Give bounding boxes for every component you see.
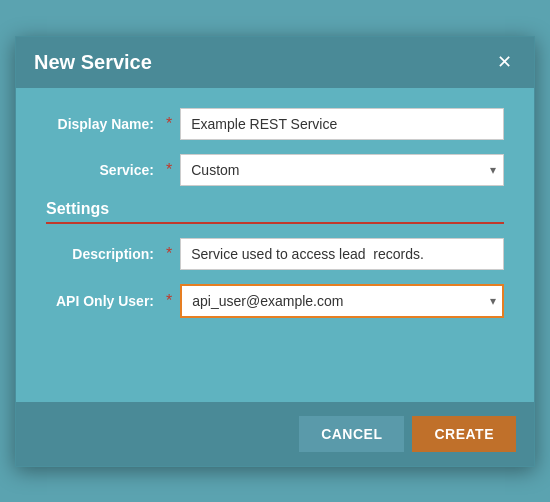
service-select-wrapper: Custom: [180, 154, 504, 186]
api-user-row: API Only User: * api_user@example.com: [46, 284, 504, 318]
display-name-row: Display Name: *: [46, 108, 504, 140]
display-name-required: *: [166, 115, 172, 133]
description-row: Description: *: [46, 238, 504, 270]
api-user-select-wrapper: api_user@example.com: [180, 284, 504, 318]
dialog-body: Display Name: * Service: * Custom Settin…: [16, 88, 534, 402]
display-name-input[interactable]: [180, 108, 504, 140]
service-label: Service:: [46, 162, 166, 178]
api-user-required: *: [166, 292, 172, 310]
close-button[interactable]: ✕: [493, 53, 516, 71]
body-spacer: [46, 332, 504, 392]
description-input[interactable]: [180, 238, 504, 270]
create-button[interactable]: CREATE: [412, 416, 516, 452]
settings-label: Settings: [46, 200, 504, 218]
settings-divider: [46, 222, 504, 224]
dialog-title: New Service: [34, 51, 152, 74]
api-user-label: API Only User:: [46, 293, 166, 309]
cancel-button[interactable]: CANCEL: [299, 416, 404, 452]
service-row: Service: * Custom: [46, 154, 504, 186]
display-name-label: Display Name:: [46, 116, 166, 132]
service-select[interactable]: Custom: [180, 154, 504, 186]
service-required: *: [166, 161, 172, 179]
dialog-footer: CANCEL CREATE: [16, 402, 534, 466]
settings-section: Settings: [46, 200, 504, 224]
description-required: *: [166, 245, 172, 263]
api-user-select[interactable]: api_user@example.com: [180, 284, 504, 318]
dialog-header: New Service ✕: [16, 37, 534, 88]
description-label: Description:: [46, 246, 166, 262]
new-service-dialog: New Service ✕ Display Name: * Service: *…: [15, 36, 535, 467]
